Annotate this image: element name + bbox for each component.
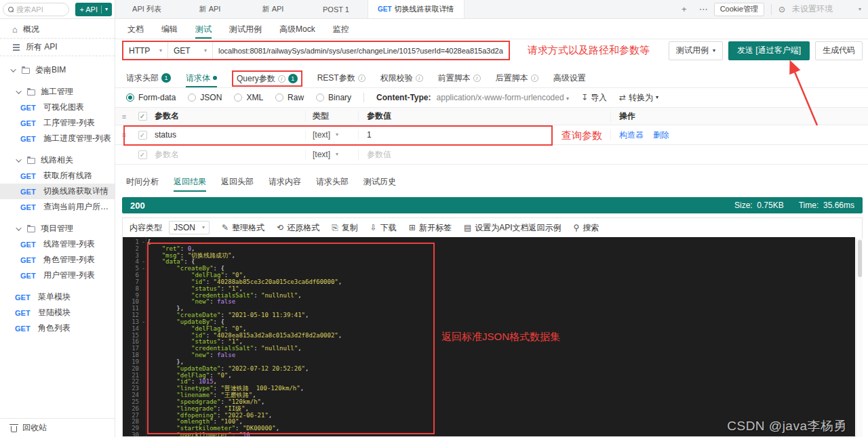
- content-type-select[interactable]: application/x-www-form-urlencoded ▾: [437, 93, 569, 102]
- generate-code-button[interactable]: 生成代码: [815, 41, 863, 60]
- drag-handle-icon[interactable]: ≡: [115, 131, 133, 139]
- environment-select[interactable]: 未设置环境: [792, 3, 833, 15]
- convert-button[interactable]: ⇄ 转换为 ▾: [619, 92, 658, 104]
- api-tab[interactable]: POST 1: [304, 0, 368, 18]
- tool-label: 复制: [342, 222, 358, 234]
- sidebar-folder[interactable]: 项目管理: [0, 221, 115, 236]
- sidebar-api-item[interactable]: GET工序管理-列表: [0, 115, 115, 131]
- response-tab[interactable]: 时间分析: [126, 173, 159, 192]
- request-tab[interactable]: 后置脚本i: [496, 70, 538, 87]
- sidebar-api-item[interactable]: GET线路管理-列表: [0, 236, 115, 252]
- param-value-input[interactable]: 1: [358, 130, 610, 140]
- doc-tab[interactable]: 高级Mock: [279, 22, 315, 39]
- sidebar-scroll[interactable]: ⌂ 概况 所有 API 娄南BIM施工管理GET可视化图表GET工序管理-列表G…: [0, 19, 115, 418]
- request-tab[interactable]: Query参数i1: [232, 70, 302, 87]
- eye-icon[interactable]: ⊙: [778, 5, 785, 14]
- sidebar-folder[interactable]: 娄南BIM: [0, 62, 115, 78]
- api-tab[interactable]: 新 API: [178, 0, 241, 18]
- sidebar-api-item[interactable]: GET施工进度管理-列表: [0, 131, 115, 146]
- param-name-input[interactable]: status: [152, 130, 305, 140]
- sidebar-api-item[interactable]: GET菜单模块: [0, 289, 115, 305]
- doc-tab[interactable]: 测试: [195, 22, 212, 39]
- sidebar-api-item[interactable]: GET可视化图表: [0, 100, 115, 115]
- tool-复制[interactable]: ⎘复制: [332, 222, 358, 234]
- sidebar-api-item[interactable]: GET登陆模块: [0, 305, 115, 320]
- request-tab[interactable]: 请求头部1: [126, 70, 171, 87]
- json-editor[interactable]: 1-{2 "ret": 0,3 "msg": "切换线路成功",4- "data…: [123, 237, 855, 436]
- api-tab[interactable]: 新 API: [241, 0, 304, 18]
- doc-tab[interactable]: 文档: [127, 22, 144, 39]
- sidebar-item-all-api[interactable]: 所有 API: [0, 39, 115, 56]
- sidebar-folder[interactable]: 线路相关: [0, 152, 115, 168]
- action-link[interactable]: 删除: [653, 129, 669, 141]
- param-name-input[interactable]: 参数名: [152, 149, 305, 161]
- doc-tab[interactable]: 监控: [333, 22, 349, 39]
- api-tab[interactable]: API 列表: [115, 0, 178, 18]
- sidebar-item-recycle-bin[interactable]: 回收站: [0, 418, 115, 437]
- api-search[interactable]: [3, 3, 69, 16]
- response-content-type-select[interactable]: JSON ▾: [169, 221, 210, 234]
- param-type-select[interactable]: [text]▾: [305, 150, 358, 159]
- fold-icon: [140, 352, 146, 359]
- chevron-down-icon: [10, 66, 16, 72]
- fold-icon[interactable]: -: [140, 319, 146, 326]
- sidebar-api-item[interactable]: GET角色列表: [0, 320, 115, 336]
- protocol-select[interactable]: HTTP ▾: [123, 42, 168, 59]
- request-tab[interactable]: REST参数i: [317, 70, 366, 87]
- row-checkbox[interactable]: ✓: [138, 131, 147, 140]
- divider: [363, 93, 364, 102]
- sidebar-api-item[interactable]: GET角色管理-列表: [0, 252, 115, 268]
- import-button[interactable]: ↧ 导入: [581, 92, 607, 104]
- response-tab[interactable]: 返回结果: [174, 173, 206, 192]
- doc-tab[interactable]: 编辑: [161, 22, 178, 39]
- sidebar-api-item[interactable]: GET获取所有线路: [0, 168, 115, 184]
- url-input[interactable]: [213, 47, 509, 55]
- body-type-radio[interactable]: XML: [234, 93, 263, 102]
- sidebar-api-item[interactable]: GET查询当前用户所有线路...: [0, 199, 115, 215]
- send-button[interactable]: 发送 [通过客户端]: [728, 41, 810, 60]
- doc-tab[interactable]: 测试用例: [229, 22, 262, 39]
- tool-下载[interactable]: ⇩下载: [370, 222, 397, 234]
- fold-icon[interactable]: -: [140, 239, 146, 246]
- response-tab[interactable]: 请求内容: [269, 173, 301, 192]
- fold-icon: [140, 366, 146, 373]
- param-value-input[interactable]: 参数值: [358, 149, 610, 161]
- row-checkbox[interactable]: ✓: [138, 150, 147, 159]
- chevron-down-icon[interactable]: ▾: [859, 7, 861, 12]
- sidebar-api-item[interactable]: GET用户管理-列表: [0, 268, 115, 283]
- sidebar-folder[interactable]: 施工管理: [0, 84, 115, 100]
- body-type-radio[interactable]: JSON: [188, 93, 222, 102]
- param-type-select[interactable]: [text]▾: [305, 130, 358, 140]
- action-link[interactable]: 构造器: [619, 129, 644, 141]
- response-tab[interactable]: 请求头部: [316, 173, 349, 192]
- tool-整理格式[interactable]: ✎整理格式: [222, 222, 264, 234]
- request-tab[interactable]: 请求体: [186, 70, 217, 87]
- tool-搜索[interactable]: ⚲搜索: [574, 222, 599, 234]
- request-tab[interactable]: 权限校验i: [380, 70, 423, 87]
- response-tab[interactable]: 返回头部: [221, 173, 254, 192]
- add-api-button[interactable]: + API ▾: [75, 3, 112, 16]
- scrollbar-thumb[interactable]: [858, 240, 862, 277]
- more-tabs-icon[interactable]: ⋯: [693, 0, 714, 18]
- testcase-button[interactable]: 测试用例 ▾: [669, 41, 723, 60]
- tool-label: 还原格式: [287, 222, 319, 234]
- sidebar-item-overview[interactable]: ⌂ 概况: [0, 21, 115, 39]
- sidebar-api-item[interactable]: GET切换线路获取详情: [0, 184, 115, 199]
- search-input[interactable]: [16, 5, 56, 14]
- tool-新开标签[interactable]: ⊞新开标签: [409, 222, 452, 234]
- api-tab[interactable]: GET切换线路获取详情: [368, 0, 465, 18]
- request-tab[interactable]: 高级设置: [553, 70, 586, 87]
- fold-icon[interactable]: -: [140, 266, 146, 272]
- tool-还原格式[interactable]: ⟲还原格式: [277, 222, 319, 234]
- body-type-radio[interactable]: Raw: [275, 93, 304, 102]
- new-tab-plus-icon[interactable]: +: [675, 0, 693, 18]
- editor-scrollbar[interactable]: [856, 238, 863, 437]
- select-all-checkbox[interactable]: ✓: [138, 112, 147, 121]
- request-tab[interactable]: 前置脚本i: [438, 70, 481, 87]
- tool-设置为API文档返回示例[interactable]: ▤设置为API文档返回示例: [464, 222, 561, 234]
- cookie-manage-button[interactable]: Cookie管理: [714, 3, 764, 16]
- body-type-radio[interactable]: Form-data: [126, 93, 176, 102]
- body-type-radio[interactable]: Binary: [316, 93, 351, 102]
- method-select[interactable]: GET ▾: [168, 42, 213, 59]
- response-tab[interactable]: 测试历史: [363, 173, 396, 192]
